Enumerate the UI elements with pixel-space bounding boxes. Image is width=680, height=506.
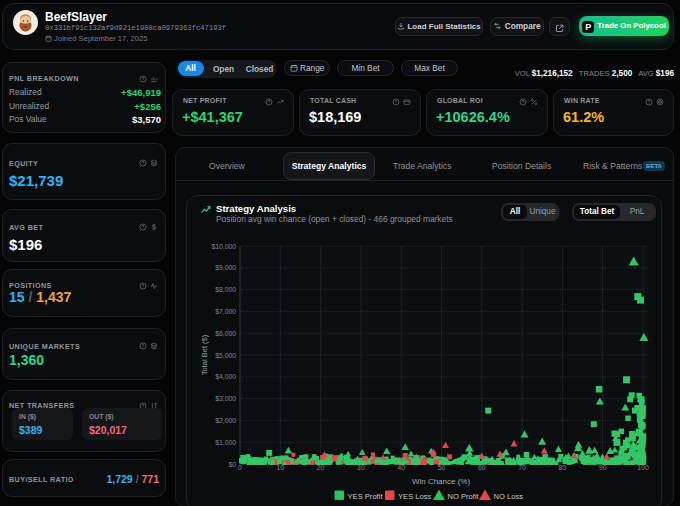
svg-text:Win Chance (%): Win Chance (%) [412, 477, 471, 486]
svg-text:Total Bet ($): Total Bet ($) [200, 334, 209, 375]
svg-text:40: 40 [397, 464, 405, 471]
svg-text:YES Profit: YES Profit [348, 492, 384, 501]
svg-text:100: 100 [637, 464, 649, 471]
svg-text:20: 20 [317, 464, 325, 471]
svg-text:$2,000: $2,000 [215, 417, 236, 424]
svg-text:0: 0 [238, 464, 242, 471]
svg-text:$5,000: $5,000 [215, 352, 236, 359]
svg-text:70: 70 [518, 464, 526, 471]
svg-text:10: 10 [277, 464, 285, 471]
svg-text:90: 90 [599, 464, 607, 471]
svg-text:$3,000: $3,000 [215, 395, 236, 402]
svg-text:$7,000: $7,000 [215, 308, 236, 315]
svg-text:$1,000: $1,000 [215, 439, 236, 446]
svg-text:$10,000: $10,000 [211, 243, 236, 250]
svg-text:80: 80 [559, 464, 567, 471]
svg-text:$9,000: $9,000 [215, 264, 236, 271]
svg-text:60: 60 [478, 464, 486, 471]
svg-text:50: 50 [438, 464, 446, 471]
svg-text:$4,000: $4,000 [215, 373, 236, 380]
svg-text:NO Profit: NO Profit [448, 492, 480, 501]
svg-text:YES Loss: YES Loss [398, 492, 432, 501]
svg-text:NO Loss: NO Loss [494, 492, 524, 501]
svg-text:$0: $0 [228, 461, 236, 468]
svg-text:30: 30 [357, 464, 365, 471]
svg-text:$8,000: $8,000 [215, 286, 236, 293]
svg-text:$6,000: $6,000 [215, 330, 236, 337]
